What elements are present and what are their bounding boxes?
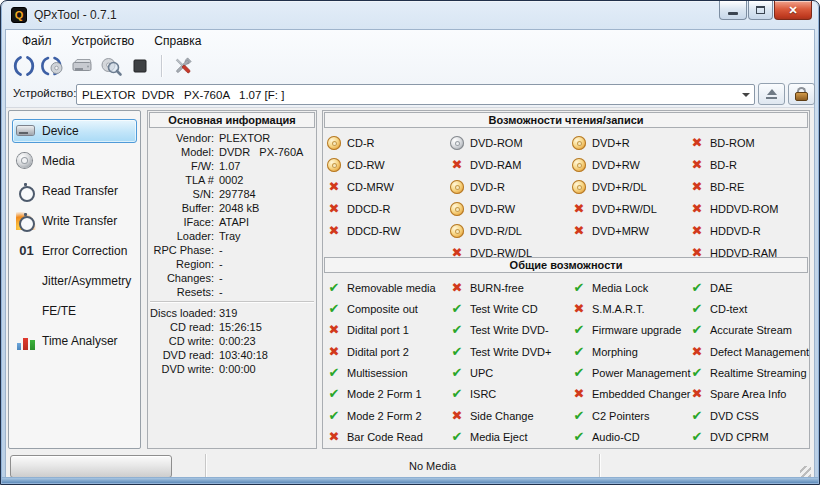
status-icon	[327, 281, 341, 295]
app-logo-icon: Q	[11, 7, 27, 23]
info-row-label: Model:	[150, 146, 214, 158]
capability-label: Spare Area Info	[710, 388, 786, 400]
capability-item: BD-RE	[690, 179, 812, 195]
stopwatch-icon	[16, 182, 37, 200]
info-row-label: Resets:	[150, 286, 214, 298]
capability-label: Test Write DVD-	[470, 324, 549, 336]
progress-bar	[10, 455, 172, 478]
capability-label: CD-R	[347, 137, 375, 149]
capability-item: CD-R	[327, 135, 449, 151]
minimize-button[interactable]	[719, 1, 747, 20]
status-icon	[572, 158, 586, 172]
info-row-value: 15:26:15	[219, 321, 262, 333]
app-window: Q QPxTool - 0.7.1 ✕ Файл Устройство Спра…	[0, 0, 820, 485]
status-icon	[572, 409, 586, 423]
capability-item: Embedded Changer	[572, 387, 694, 402]
capability-label: DVD CSS	[710, 410, 759, 422]
info-row-value: 297784	[219, 188, 256, 200]
capability-label: HDDVD-ROM	[710, 203, 778, 215]
status-icon	[327, 136, 341, 150]
sidebar-item-error-correction[interactable]: Error Correction	[12, 239, 137, 263]
capability-item: DVD-RW	[450, 201, 572, 217]
sidebar-item-label: FE/TE	[42, 304, 76, 318]
info-row: DVD write: 0:00:00	[150, 362, 314, 376]
capability-item: DVD+RW	[572, 157, 694, 173]
info-separator	[150, 301, 314, 303]
lock-button[interactable]	[788, 83, 815, 105]
info-row: S/N: 297784	[150, 187, 314, 201]
capability-item: Test Write DVD+	[450, 344, 572, 359]
basic-info-panel: Основная информация Vendor: PLEXTOR Mode…	[147, 110, 317, 449]
refresh-media-button[interactable]	[39, 53, 66, 79]
status-icon	[450, 430, 464, 444]
capability-label: DVD-RW	[470, 203, 515, 215]
device-info-button[interactable]	[68, 53, 95, 79]
capability-item: Side Change	[450, 408, 572, 423]
sidebar-item-read-transfer[interactable]: Read Transfer	[12, 179, 137, 203]
capability-item: Didital port 1	[327, 323, 449, 338]
capability-item: HDDVD-ROM	[690, 201, 812, 217]
status-icon	[690, 387, 704, 401]
rescan-devices-button[interactable]	[10, 53, 37, 79]
sidebar-item-device[interactable]: Device	[12, 119, 137, 143]
status-icon	[450, 180, 464, 194]
status-icon	[572, 366, 586, 380]
sidebar-item-time-analyser[interactable]: Time Analyser	[12, 329, 137, 353]
capability-label: CD-RW	[347, 159, 385, 171]
capability-item: DVD-R/DL	[450, 223, 572, 239]
capability-item: Mode 2 Form 2	[327, 408, 449, 423]
sidebar-item-write-transfer[interactable]: Write Transfer	[12, 209, 137, 233]
capability-label: DVD-ROM	[470, 137, 523, 149]
info-row-value: Tray	[219, 230, 241, 242]
general-capabilities-column-1: Removable media Composite out Didital po…	[327, 280, 449, 451]
sidebar-item-fe-te[interactable]: FE/TE	[12, 299, 137, 323]
stop-button[interactable]	[126, 53, 153, 79]
info-row-label: Vendor:	[150, 132, 214, 144]
status-icon	[327, 345, 341, 359]
info-row-value: PLEXTOR	[219, 132, 270, 144]
window-chrome: Файл Устройство Справка	[6, 30, 814, 108]
preferences-button[interactable]	[169, 53, 196, 79]
error-correction-01-icon	[16, 242, 37, 260]
capability-item: DVD-ROM	[450, 135, 572, 151]
close-button[interactable]: ✕	[774, 1, 812, 20]
toolbar-separator	[161, 55, 163, 77]
info-row-label: Loader:	[150, 230, 214, 242]
info-row-label: RPC Phase:	[150, 244, 214, 256]
usage-stats-rows: Discs loaded: 319 CD read: 15:26:15 CD w…	[150, 306, 314, 376]
menu-item-device[interactable]: Устройство	[62, 31, 145, 51]
chevron-down-icon[interactable]	[737, 93, 754, 97]
status-icon	[327, 323, 341, 337]
capability-label: Media Eject	[470, 431, 527, 443]
info-row-label: Buffer:	[150, 202, 214, 214]
capability-label: BD-ROM	[710, 137, 755, 149]
menu-item-help[interactable]: Справка	[144, 31, 211, 51]
window-title: QPxTool - 0.7.1	[34, 8, 117, 22]
capability-label: DVD+RW	[592, 159, 640, 171]
capability-label: DVD+RW/DL	[592, 203, 657, 215]
sidebar-item-media[interactable]: Media	[12, 149, 137, 173]
menu-item-file[interactable]: Файл	[12, 31, 62, 51]
status-icon	[327, 158, 341, 172]
status-icon	[450, 158, 464, 172]
resize-grip[interactable]	[800, 466, 811, 477]
status-icon	[572, 430, 586, 444]
device-combobox[interactable]: PLEXTOR DVDR PX-760A 1.07 [F: ]	[76, 84, 755, 105]
eject-icon	[767, 89, 777, 95]
capability-item: DVD+R	[572, 135, 694, 151]
status-icon	[572, 345, 586, 359]
sidebar-item-label: Jitter/Asymmetry	[42, 274, 131, 288]
maximize-button[interactable]	[748, 1, 773, 20]
rw-capabilities-column-4: BD-ROM BD-R BD-RE HDDVD-ROM HDDVD-R HDDV…	[690, 135, 812, 267]
info-row-label: Region:	[150, 258, 214, 270]
magnifier-disc-icon	[99, 54, 123, 78]
capability-item: Composite out	[327, 301, 449, 316]
check-disc-button[interactable]	[97, 53, 124, 79]
status-separator	[599, 454, 601, 478]
sidebar-item-jitter-asymmetry[interactable]: Jitter/Asymmetry	[12, 269, 137, 293]
title-bar[interactable]: Q QPxTool - 0.7.1 ✕	[1, 1, 819, 29]
info-row-label: DVD read:	[150, 349, 214, 361]
tools-icon	[171, 54, 195, 78]
eject-button[interactable]	[758, 83, 785, 105]
capability-label: Didital port 2	[347, 346, 409, 358]
